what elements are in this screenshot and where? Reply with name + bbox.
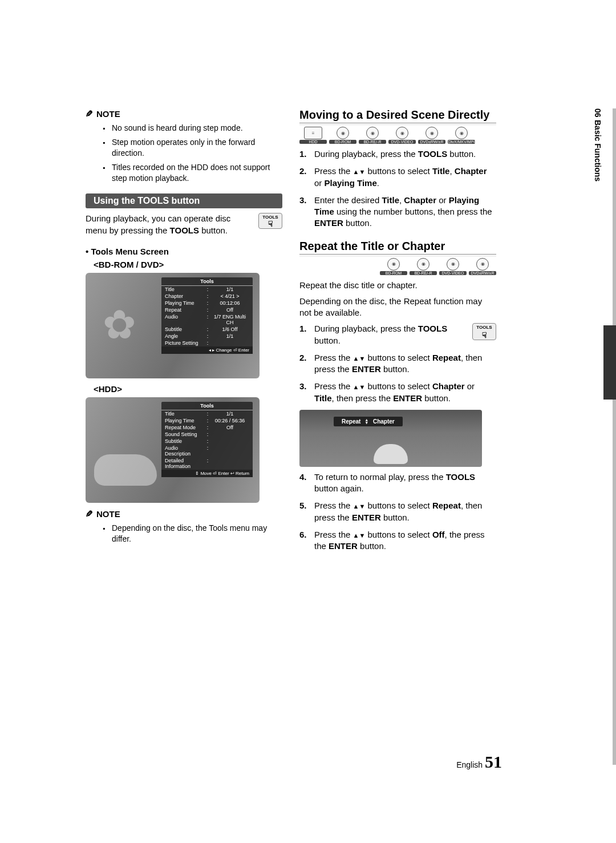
step-item: Press the buttons to select Title, Chapt… <box>299 166 496 189</box>
note-list: Depending on the disc, the Tools menu ma… <box>103 523 282 544</box>
tools-panel-row: Repeat Mode:Off <box>161 424 253 431</box>
tools-panel: Tools Title:1/1Playing Time:00:26 / 56:3… <box>161 402 253 477</box>
step-item: During playback, press the TOOLS button. <box>299 148 496 160</box>
thumb-index-marker <box>603 325 616 400</box>
side-stripe <box>613 108 616 765</box>
repeat-osd-value: Chapter <box>373 418 395 425</box>
tools-panel-footer: ◂ ▸ Change ⏎ Enter <box>161 346 253 354</box>
up-down-arrow-icon <box>353 381 366 391</box>
repeat-osd-label: Repeat <box>342 418 360 425</box>
tools-panel-row: Chapter:< 4/21 > <box>161 293 253 300</box>
tools-panel-row: Audio Description: <box>161 445 253 457</box>
tools-panel-row: Playing Time:00:26 / 56:36 <box>161 417 253 424</box>
hand-icon: ☟ <box>259 220 282 228</box>
note-heading: NOTE <box>86 509 282 519</box>
steps-list: During playback, press the TOOLS button.… <box>299 148 496 229</box>
repeat-osd-screenshot: Repeat Chapter <box>299 410 482 467</box>
tools-panel-row: Playing Time:00:12:06 <box>161 300 253 306</box>
tools-panel-row: Repeat:Off <box>161 306 253 313</box>
section-bar-tools: Using the TOOLS button <box>86 193 282 208</box>
disc-compat-icon: ◉BD-ROM <box>380 258 407 275</box>
tools-panel-footer: ⇕ Move ⏎ Enter ↩ Return <box>161 470 253 477</box>
disc-compat-row: ◉BD-ROM◉BD-RE/-R◉DVD-VIDEO◉DVD±RW/±R <box>299 258 496 275</box>
step-item: Enter the desired Title, Chapter or Play… <box>299 195 496 229</box>
page-footer: English 51 <box>456 752 502 772</box>
up-down-arrow-icon <box>353 166 366 176</box>
tools-panel-row: Detailed Information: <box>161 457 253 470</box>
bdrom-dvd-label: <BD-ROM / DVD> <box>94 260 282 269</box>
steps-list: TOOLS ☟ During playback, press the TOOLS… <box>299 323 496 404</box>
step-item: Press the buttons to select Repeat, then… <box>299 500 496 523</box>
step-item: Press the buttons to select Off, the pre… <box>299 529 496 552</box>
disc-compat-icon: ◉DVD-VIDEO <box>439 258 467 275</box>
up-down-arrow-icon <box>353 353 366 362</box>
chapter-tab: 06 Basic Functions <box>579 108 616 181</box>
steps-list: To return to normal play, press the TOOL… <box>299 471 496 552</box>
note-heading: NOTE <box>86 108 282 119</box>
tools-panel-row: Subtitle: <box>161 438 253 445</box>
note-item: No sound is heard during step mode. <box>103 123 282 134</box>
chapter-title: Basic Functions <box>593 120 602 181</box>
footer-language: English <box>456 760 483 769</box>
note-item: Step motion operates only in the forward… <box>103 137 282 159</box>
disc-compat-icon: ≡HDD <box>299 127 327 144</box>
note-label-text: NOTE <box>96 109 120 119</box>
repeat-intro-2: Depending on the disc, the Repeat functi… <box>299 296 496 319</box>
tools-menu-screenshot-hdd: Tools Title:1/1Playing Time:00:26 / 56:3… <box>86 397 260 503</box>
tools-panel-row: Title:1/1 <box>161 410 253 417</box>
pencil-icon <box>86 108 93 119</box>
disc-compat-icon: ◉DivX/MKV/MP4 <box>448 127 475 144</box>
step-item: TOOLS ☟ During playback, press the TOOLS… <box>299 323 496 346</box>
step-item: Press the buttons to select Chapter or T… <box>299 381 496 404</box>
disc-compat-icon: ◉DVD±RW/±R <box>418 127 445 144</box>
tools-panel-row: Audio:1/7 ENG Multi CH <box>161 313 253 326</box>
disc-compat-icon: ◉BD-RE/-R <box>359 127 386 144</box>
tools-panel-row: Angle:1/1 <box>161 333 253 340</box>
tools-intro: During playback, you can operate disc me… <box>86 213 282 236</box>
tools-menu-screenshot-bd: Tools Title:1/1Chapter:< 4/21 >Playing T… <box>86 273 260 378</box>
tools-panel-row: Title:1/1 <box>161 286 253 293</box>
up-down-arrow-icon <box>353 501 366 510</box>
tools-button-illustration: TOOLS ☟ <box>258 213 282 229</box>
note-item: Titles recorded on the HDD does not supp… <box>103 162 282 184</box>
remote-illustration <box>374 444 408 464</box>
note-item: Depending on the disc, the Tools menu ma… <box>103 523 282 544</box>
tools-menu-screen-heading: Tools Menu Screen <box>86 247 282 256</box>
repeat-intro-1: Repeat the disc title or chapter. <box>299 280 496 291</box>
up-down-arrow-icon <box>366 419 368 425</box>
disc-compat-row: ≡HDD◉BD-ROM◉BD-RE/-R◉DVD-VIDEO◉DVD±RW/±R… <box>299 127 496 144</box>
note-label-text: NOTE <box>96 509 120 519</box>
disc-compat-icon: ◉DVD±RW/±R <box>469 258 496 275</box>
disc-compat-icon: ◉BD-ROM <box>329 127 356 144</box>
page-number: 51 <box>485 752 502 771</box>
tools-button-illustration: TOOLS ☟ <box>472 323 496 340</box>
disc-compat-icon: ◉BD-RE/-R <box>410 258 437 275</box>
step-item: Press the buttons to select Repeat, then… <box>299 352 496 376</box>
pencil-icon <box>86 509 93 519</box>
tools-panel-row: Picture Setting: <box>161 340 253 346</box>
hand-icon: ☟ <box>473 331 496 339</box>
tools-panel-title: Tools <box>161 277 253 286</box>
chapter-number: 06 <box>593 108 602 118</box>
up-down-arrow-icon <box>353 530 366 539</box>
heading-repeat: Repeat the Title or Chapter <box>299 240 496 255</box>
tools-panel: Tools Title:1/1Chapter:< 4/21 >Playing T… <box>161 277 253 354</box>
disc-compat-icon: ◉DVD-VIDEO <box>388 127 416 144</box>
tools-panel-row: Sound Setting: <box>161 431 253 438</box>
hdd-label: <HDD> <box>94 384 282 394</box>
heading-moving-scene: Moving to a Desired Scene Directly <box>299 108 496 123</box>
tools-panel-title: Tools <box>161 402 253 410</box>
tools-panel-row: Subtitle:1/6 Off <box>161 326 253 333</box>
step-item: To return to normal play, press the TOOL… <box>299 471 496 495</box>
repeat-osd-bar: Repeat Chapter <box>334 417 403 426</box>
note-list: No sound is heard during step mode.Step … <box>103 123 282 183</box>
